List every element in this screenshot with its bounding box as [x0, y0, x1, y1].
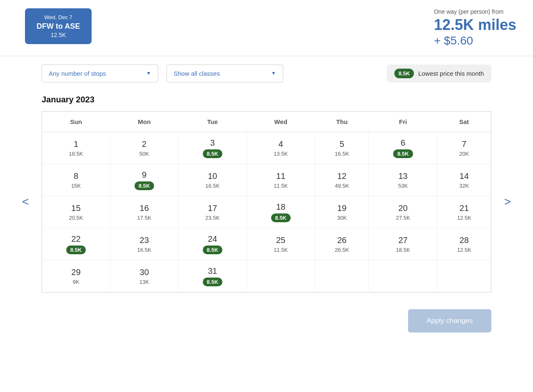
calendar-day-cell[interactable]: 299K: [42, 260, 110, 292]
stops-dropdown[interactable]: Any number of stops ▼: [42, 65, 158, 82]
calendar-day-cell[interactable]: 2812.5K: [437, 228, 491, 260]
day-price: 15K: [45, 183, 107, 189]
stops-label: Any number of stops: [49, 70, 106, 77]
filters-row: Any number of stops ▼ Show all classes ▼…: [0, 56, 533, 91]
calendar-day-cell[interactable]: 1930K: [315, 196, 369, 228]
day-number: 29: [45, 268, 107, 277]
calendar-day-cell[interactable]: 1723.5K: [178, 196, 247, 228]
calendar-day-cell[interactable]: 1432K: [437, 164, 491, 196]
calendar-container: < SunMonTueWedThuFriSat 118.5K250K38.5K4…: [42, 111, 491, 293]
calendar-day-cell[interactable]: 1111.5K: [247, 164, 315, 196]
day-number: 31: [182, 266, 243, 276]
calendar-section: January 2023 < SunMonTueWedThuFriSat 118…: [0, 91, 533, 305]
calendar-day-cell[interactable]: 68.5K: [369, 132, 437, 164]
calendar-day-cell[interactable]: 38.5K: [178, 132, 247, 164]
calendar-day-cell[interactable]: 815K: [42, 164, 110, 196]
calendar-day-cell[interactable]: 98.5K: [110, 164, 178, 196]
day-price: 20K: [441, 151, 488, 157]
day-number: 10: [182, 171, 243, 181]
price-fee: + $5.60: [434, 34, 516, 47]
month-title: January 2023: [42, 95, 491, 104]
calendar-day-cell[interactable]: 2718.5K: [369, 228, 437, 260]
prev-month-button[interactable]: <: [19, 192, 32, 212]
flight-date: Wed, Dec 7: [33, 14, 83, 20]
calendar-empty-cell: [247, 260, 315, 292]
day-price: 11.5K: [250, 183, 311, 189]
day-price: 12.5K: [441, 247, 488, 253]
calendar-day-cell[interactable]: 413.5K: [247, 132, 315, 164]
calendar-body: 118.5K250K38.5K413.5K516.5K68.5K720K815K…: [42, 132, 491, 292]
day-number: 11: [250, 171, 311, 181]
calendar-day-cell[interactable]: 118.5K: [42, 132, 110, 164]
calendar-day-header: Wed: [247, 111, 315, 132]
calendar-empty-cell: [369, 260, 437, 292]
day-number: 27: [372, 236, 433, 245]
calendar-day-cell[interactable]: 2112.5K: [437, 196, 491, 228]
calendar-day-cell[interactable]: 1617.5K: [110, 196, 178, 228]
day-price: 8.5K: [250, 213, 311, 222]
calendar-day-cell[interactable]: 720K: [437, 132, 491, 164]
calendar-day-cell[interactable]: 1249.5K: [315, 164, 369, 196]
day-number: 9: [114, 170, 175, 180]
day-number: 5: [319, 139, 366, 149]
day-price: 20.5K: [45, 215, 107, 221]
day-price-highlight: 8.5K: [203, 246, 222, 254]
day-number: 14: [441, 171, 488, 181]
day-price: 18.5K: [45, 151, 107, 157]
day-price-highlight: 8.5K: [393, 149, 413, 158]
calendar-day-cell[interactable]: 250K: [110, 132, 178, 164]
day-price-highlight: 8.5K: [203, 278, 222, 286]
flight-route: DFW to ASE: [33, 22, 83, 31]
apply-changes-button[interactable]: Apply changes: [408, 309, 491, 332]
day-number: 4: [250, 139, 311, 149]
stops-chevron-icon: ▼: [146, 70, 151, 76]
day-number: 23: [114, 236, 175, 245]
day-price: 9K: [45, 279, 107, 285]
day-price: 18.5K: [372, 247, 433, 253]
day-price: 8.5K: [182, 246, 243, 254]
calendar-week-row: 118.5K250K38.5K413.5K516.5K68.5K720K: [42, 132, 491, 164]
calendar-day-cell[interactable]: 516.5K: [315, 132, 369, 164]
calendar-day-cell[interactable]: 2027.5K: [369, 196, 437, 228]
calendar-day-cell[interactable]: 3013K: [110, 260, 178, 292]
day-price: 13.5K: [250, 151, 311, 157]
calendar-day-cell[interactable]: 248.5K: [178, 228, 247, 260]
day-number: 7: [441, 139, 488, 149]
calendar-day-header: Sun: [42, 111, 110, 132]
calendar-day-cell[interactable]: 188.5K: [247, 196, 315, 228]
calendar-day-cell[interactable]: 1353K: [369, 164, 437, 196]
day-price: 8.5K: [182, 149, 243, 158]
calendar-day-cell[interactable]: 1520.5K: [42, 196, 110, 228]
day-price: 8.5K: [372, 149, 433, 158]
day-price: 16.5K: [182, 183, 243, 189]
flight-card[interactable]: Wed, Dec 7 DFW to ASE 12.5K: [25, 8, 92, 44]
day-price-highlight: 8.5K: [134, 181, 154, 190]
day-number: 19: [319, 203, 366, 213]
day-price: 8.5K: [114, 181, 175, 190]
calendar-day-cell[interactable]: 228.5K: [42, 228, 110, 260]
apply-row: Apply changes: [0, 305, 533, 345]
calendar-week-row: 299K3013K318.5K: [42, 260, 491, 292]
calendar-week-row: 228.5K2316.5K248.5K2511.5K2626.5K2718.5K…: [42, 228, 491, 260]
day-price: 17.5K: [114, 215, 175, 221]
calendar-day-cell[interactable]: 2316.5K: [110, 228, 178, 260]
classes-dropdown[interactable]: Show all classes ▼: [167, 65, 283, 82]
day-price: 12.5K: [441, 215, 488, 221]
classes-chevron-icon: ▼: [271, 70, 276, 76]
next-month-button[interactable]: >: [501, 192, 514, 212]
calendar-day-header: Sat: [437, 111, 491, 132]
calendar-day-header: Fri: [369, 111, 437, 132]
calendar-day-cell[interactable]: 318.5K: [178, 260, 247, 292]
day-number: 30: [114, 268, 175, 277]
calendar-week-row: 1520.5K1617.5K1723.5K188.5K1930K2027.5K2…: [42, 196, 491, 228]
calendar-day-cell[interactable]: 2511.5K: [247, 228, 315, 260]
calendar-day-cell[interactable]: 1016.5K: [178, 164, 247, 196]
day-price: 13K: [114, 279, 175, 285]
day-price: 53K: [372, 183, 433, 189]
price-summary: One way (per person) from 12.5K miles + …: [434, 8, 516, 47]
day-price: 16.5K: [319, 151, 366, 157]
day-price: 8.5K: [45, 246, 107, 254]
day-price-highlight: 8.5K: [271, 213, 291, 222]
day-number: 17: [182, 203, 243, 213]
calendar-day-cell[interactable]: 2626.5K: [315, 228, 369, 260]
